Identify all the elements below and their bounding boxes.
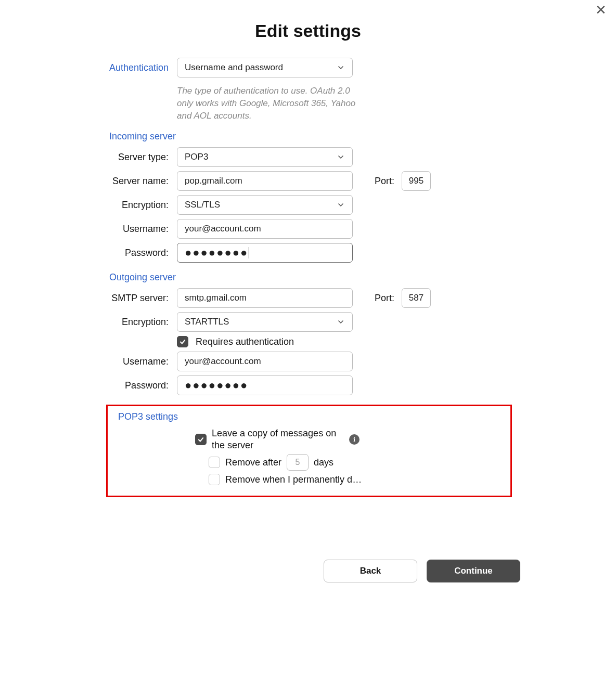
outgoing-encryption-label: Encryption: xyxy=(0,317,177,328)
outgoing-username-label: Username: xyxy=(0,356,177,367)
auth-hint: The type of authentication to use. OAuth… xyxy=(177,85,358,122)
auth-select[interactable]: Username and password xyxy=(177,58,353,77)
incoming-port-input[interactable] xyxy=(402,171,431,191)
remove-when-delete-label: Remove when I permanently delete them fr… xyxy=(225,474,365,485)
outgoing-username-input[interactable] xyxy=(177,352,353,371)
info-icon[interactable]: i xyxy=(349,434,360,445)
outgoing-encryption-select[interactable]: STARTTLS xyxy=(177,312,353,332)
pop3-section-label: POP3 settings xyxy=(112,411,506,422)
chevron-down-icon xyxy=(337,153,345,161)
requires-auth-checkbox[interactable] xyxy=(177,336,188,347)
leave-copy-label: Leave a copy of messages on the server xyxy=(212,427,344,451)
back-button-label: Back xyxy=(360,566,381,576)
chevron-down-icon xyxy=(337,201,345,209)
back-button[interactable]: Back xyxy=(324,560,417,582)
outgoing-server-label: SMTP server: xyxy=(0,293,177,304)
incoming-port-label: Port: xyxy=(375,176,394,187)
incoming-encryption-label: Encryption: xyxy=(0,200,177,211)
text-cursor xyxy=(249,247,249,258)
continue-button-label: Continue xyxy=(454,566,493,576)
incoming-section-label: Incoming server xyxy=(0,131,616,142)
page-title: Edit settings xyxy=(0,21,616,41)
outgoing-port-input[interactable] xyxy=(402,288,431,308)
chevron-down-icon xyxy=(337,63,345,72)
incoming-username-label: Username: xyxy=(0,224,177,235)
incoming-password-label: Password: xyxy=(0,248,177,258)
remove-after-days-input[interactable] xyxy=(287,454,309,471)
remove-after-suffix: days xyxy=(314,457,333,468)
outgoing-server-input[interactable] xyxy=(177,288,353,308)
pop3-settings-panel: POP3 settings Leave a copy of messages o… xyxy=(106,405,512,497)
auth-select-value: Username and password xyxy=(185,62,283,73)
password-dots: ●●●●●●●● xyxy=(185,380,248,391)
password-dots: ●●●●●●●● xyxy=(185,247,248,258)
outgoing-password-input[interactable]: ●●●●●●●● xyxy=(177,375,353,395)
incoming-server-type-value: POP3 xyxy=(185,152,208,162)
leave-copy-checkbox[interactable] xyxy=(195,434,207,445)
outgoing-section-label: Outgoing server xyxy=(0,272,616,283)
auth-label: Authentication xyxy=(0,62,177,73)
remove-when-delete-checkbox[interactable] xyxy=(209,474,220,485)
outgoing-encryption-value: STARTTLS xyxy=(185,317,229,327)
incoming-password-input[interactable]: ●●●●●●●● xyxy=(177,243,353,263)
incoming-server-type-select[interactable]: POP3 xyxy=(177,147,353,167)
incoming-encryption-select[interactable]: SSL/TLS xyxy=(177,195,353,215)
incoming-server-name-input[interactable] xyxy=(177,171,353,191)
incoming-username-input[interactable] xyxy=(177,219,353,239)
incoming-server-type-label: Server type: xyxy=(0,152,177,163)
requires-auth-label: Requires authentication xyxy=(196,336,294,347)
outgoing-port-label: Port: xyxy=(375,293,394,304)
remove-after-prefix: Remove after xyxy=(225,457,281,468)
continue-button[interactable]: Continue xyxy=(427,560,520,582)
close-icon[interactable]: ✕ xyxy=(595,3,607,17)
chevron-down-icon xyxy=(337,318,345,326)
incoming-server-name-label: Server name: xyxy=(0,176,177,187)
outgoing-password-label: Password: xyxy=(0,380,177,391)
remove-after-checkbox[interactable] xyxy=(209,457,220,468)
incoming-encryption-value: SSL/TLS xyxy=(185,200,220,210)
